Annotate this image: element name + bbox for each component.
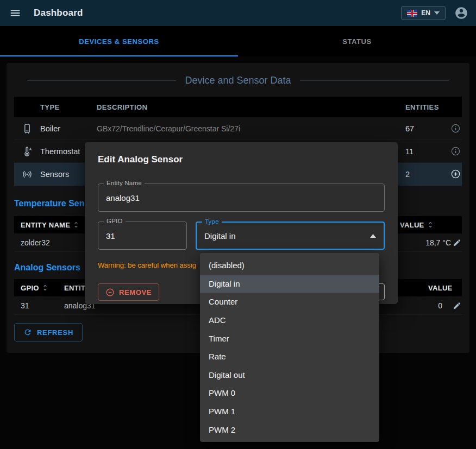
menu-item-digital-in[interactable]: Digital in bbox=[200, 275, 379, 293]
menu-item-timer[interactable]: Timer bbox=[200, 329, 379, 347]
chevron-down-icon bbox=[434, 11, 440, 15]
info-icon[interactable] bbox=[450, 123, 461, 134]
menu-item-pwm-0[interactable]: PWM 0 bbox=[200, 384, 379, 402]
refresh-label: REFRESH bbox=[37, 328, 73, 337]
sensor-gpio: 31 bbox=[14, 301, 64, 310]
tab-devices-sensors[interactable]: DEVICES & SENSORS bbox=[0, 26, 238, 56]
col-header-gpio[interactable]: GPIO bbox=[14, 284, 64, 292]
add-circle-icon[interactable] bbox=[450, 169, 461, 179]
menu-item-pwm-1[interactable]: PWM 1 bbox=[200, 402, 379, 421]
entity-name-field[interactable]: Entity Name analog31 bbox=[98, 184, 385, 212]
gpio-value: 31 bbox=[106, 231, 115, 241]
col-header-type: TYPE bbox=[40, 103, 97, 111]
divider bbox=[27, 80, 176, 81]
type-select[interactable]: Type Digital in bbox=[196, 222, 385, 250]
account-circle-icon[interactable] bbox=[454, 6, 468, 20]
refresh-icon bbox=[23, 328, 32, 337]
menu-item-rate[interactable]: Rate bbox=[200, 347, 379, 366]
edit-pencil-icon[interactable] bbox=[453, 238, 461, 247]
col-header-entities: ENTITIES bbox=[377, 103, 438, 111]
unfold-sort-icon bbox=[72, 221, 80, 229]
boiler-icon bbox=[22, 123, 33, 135]
gb-flag-icon bbox=[407, 10, 417, 17]
page-title-block: Device and Sensor Data bbox=[27, 74, 449, 87]
entity-name-label: Entity Name bbox=[104, 180, 145, 186]
tab-status[interactable]: STATUS bbox=[238, 26, 476, 56]
svg-text:A: A bbox=[29, 147, 32, 150]
menu-item-adc[interactable]: ADC bbox=[200, 311, 379, 330]
remove-circle-icon bbox=[105, 288, 115, 297]
dropdown-arrow-up-icon bbox=[370, 234, 376, 238]
col-header-description: DESCRIPTION bbox=[97, 103, 377, 111]
gpio-label: GPIO bbox=[104, 218, 126, 224]
remove-label: REMOVE bbox=[119, 288, 152, 296]
menu-item-counter[interactable]: Counter bbox=[200, 293, 379, 311]
menu-item-pwm-2[interactable]: PWM 2 bbox=[200, 420, 379, 439]
edit-pencil-icon[interactable] bbox=[453, 301, 461, 310]
device-entities-count: 67 bbox=[377, 124, 438, 133]
unfold-sort-icon bbox=[427, 221, 434, 229]
page-title: Device and Sensor Data bbox=[185, 75, 291, 86]
app-bar: Dashboard EN bbox=[0, 0, 476, 26]
type-value: Digital in bbox=[204, 231, 236, 241]
hamburger-menu-icon[interactable] bbox=[8, 5, 23, 21]
entity-name-value: analog31 bbox=[106, 193, 140, 203]
thermostat-icon: A bbox=[22, 146, 33, 157]
gpio-field[interactable]: GPIO 31 bbox=[98, 222, 187, 250]
app-title: Dashboard bbox=[34, 8, 83, 18]
refresh-button[interactable]: REFRESH bbox=[14, 323, 83, 342]
type-label: Type bbox=[202, 218, 222, 225]
device-type: Boiler bbox=[40, 124, 97, 133]
info-icon[interactable] bbox=[450, 146, 461, 156]
table-row-boiler[interactable]: Boiler GBx72/Trendline/Cerapur/Greenstar… bbox=[14, 117, 462, 140]
active-tab-indicator bbox=[0, 55, 238, 56]
devices-table-header: TYPE DESCRIPTION ENTITIES bbox=[14, 97, 462, 117]
tab-bar: DEVICES & SENSORS STATUS bbox=[0, 26, 476, 56]
dialog-title: Edit Analog Sensor bbox=[98, 142, 385, 166]
menu-item-disabled[interactable]: (disabled) bbox=[200, 256, 379, 275]
divider bbox=[300, 80, 449, 81]
sensors-icon bbox=[21, 168, 33, 180]
language-label: EN bbox=[421, 9, 430, 17]
menu-item-digital-out[interactable]: Digital out bbox=[200, 366, 379, 384]
language-selector[interactable]: EN bbox=[401, 6, 446, 20]
type-dropdown-menu: (disabled) Digital in Counter ADC Timer … bbox=[200, 253, 379, 442]
remove-button[interactable]: REMOVE bbox=[98, 283, 159, 301]
unfold-sort-icon bbox=[41, 284, 49, 292]
device-description: GBx72/Trendline/Cerapur/Greenstar Si/27i bbox=[97, 124, 377, 133]
